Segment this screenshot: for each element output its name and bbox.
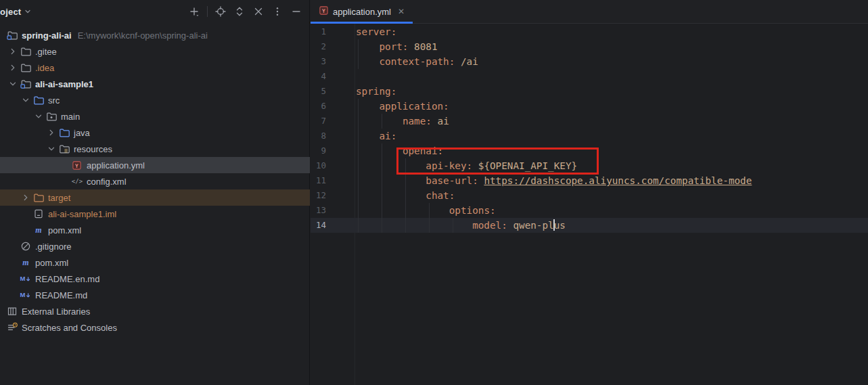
code-token [408,41,414,52]
hide-panel-icon[interactable] [290,5,302,18]
code-token: ${OPENAI_API_KEY} [478,160,577,171]
indent-guide [358,143,359,158]
svg-text:m: m [35,225,41,235]
indent-guide [358,129,359,143]
collapse-all-icon[interactable] [252,5,265,18]
tree-item-src[interactable]: src [0,92,310,108]
tree-item-readme-md[interactable]: MREADME.md [0,287,310,303]
code-line-14[interactable]: 14 model: qwen-plus [311,218,868,233]
code-token: context-path: [379,56,455,67]
tree-item-label: .gitee [35,47,57,57]
code-token [356,131,379,141]
code-token: ai: [379,131,396,141]
code-line-7[interactable]: 7 name: ai [311,114,868,129]
chevron-right-icon[interactable] [19,193,32,202]
tree-item-config-xml[interactable]: </>config.xml [0,173,310,189]
code-line-10[interactable]: 10 api-key: ${OPENAI_API_KEY} [311,158,868,173]
tree-item--gitee[interactable]: .gitee [0,43,310,60]
line-number: 11 [311,173,355,188]
line-text: options: [355,203,496,218]
code-token: base-url: [426,175,478,186]
code-line-13[interactable]: 13 options: [311,203,868,218]
code-editor[interactable]: 1server:2 port: 80813 context-path: /ai4… [311,24,868,385]
yaml-file-icon: Y [319,5,329,18]
indent-guide [358,173,359,188]
line-text: application: [355,99,449,114]
code-token [356,56,379,67]
tab-application-yml[interactable]: Y application.yml ✕ [311,0,413,23]
chevron-down-icon[interactable] [24,7,32,16]
tree-item-readme-en-md[interactable]: MREADME.en.md [0,271,310,287]
code-line-3[interactable]: 3 context-path: /ai [311,54,868,69]
line-text: name: ai [355,114,449,129]
svg-text:M: M [20,275,26,282]
indent-guide [358,99,359,114]
svg-text:Y: Y [75,162,78,168]
module-icon [19,78,32,89]
scratches-icon [5,322,18,333]
tree-item-ali-ai-sample1-iml[interactable]: ali-ai-sample1.iml [0,206,310,222]
tree-item-label: main [61,112,80,122]
code-line-6[interactable]: 6 application: [311,99,868,114]
tree-item-target[interactable]: target [0,189,310,206]
tree-item-pom-xml[interactable]: mpom.xml [0,254,310,271]
locate-file-icon[interactable] [214,5,227,18]
tree-item-spring-ali-ai[interactable]: spring-ali-aiE:\mywork\kcnf-open\spring-… [0,27,310,43]
line-text: ai: [355,129,396,143]
code-line-5[interactable]: 5spring: [311,84,868,99]
chevron-right-icon[interactable] [45,128,58,137]
ignored-icon [19,241,32,252]
chevron-right-icon[interactable] [6,63,19,72]
code-token [455,56,461,67]
chevron-down-icon[interactable] [32,112,45,121]
editor-area: Y application.yml ✕ 1server:2 port: 8081… [311,0,868,385]
indent-guide [382,158,382,173]
line-number: 10 [311,158,355,173]
indent-guide [429,218,430,233]
url-link[interactable]: https://dashscope.aliyuncs.com/compatibl… [484,175,752,186]
code-line-11[interactable]: 11 base-url: https://dashscope.aliyuncs.… [311,173,868,188]
folder-blue-icon [58,127,70,138]
code-line-1[interactable]: 1server: [311,24,868,39]
maven-icon: m [19,257,32,268]
project-panel-title[interactable]: oject [0,7,21,17]
chevron-down-icon[interactable] [19,95,32,105]
tree-item-external-libraries[interactable]: External Libraries [0,303,310,319]
tree-item-ali-ai-sample1[interactable]: ali-ai-sample1 [0,76,310,92]
code-token: options: [449,205,496,216]
chevron-right-icon[interactable] [6,47,19,56]
tree-item-java[interactable]: java [0,124,310,141]
more-options-icon[interactable] [271,5,283,18]
folder-orange-icon [32,192,45,203]
folder-icon [19,46,32,57]
code-line-9[interactable]: 9 openai: [311,143,868,158]
code-token: chat: [426,190,455,201]
indent-guide [405,203,406,218]
tree-item-main[interactable]: main [0,108,310,124]
tree-item-label: Scratches and Consoles [22,323,117,333]
add-icon[interactable] [188,5,200,18]
tree-item-application-yml[interactable]: Yapplication.yml [0,157,310,173]
markdown-icon: M [19,273,32,284]
code-line-2[interactable]: 2 port: 8081 [311,39,868,54]
chevron-down-icon[interactable] [6,79,19,89]
tree-item-label: README.md [35,290,87,300]
svg-text:Y: Y [322,7,325,14]
expand-all-icon[interactable] [233,5,246,18]
tree-item--gitignore[interactable]: .gitignore [0,238,310,254]
indent-guide [382,173,382,188]
code-line-8[interactable]: 8 ai: [311,129,868,143]
project-path: E:\mywork\kcnf-open\spring-ali-ai [78,30,208,41]
code-line-4[interactable]: 4 [311,69,868,84]
chevron-down-icon[interactable] [45,144,58,154]
tree-item--idea[interactable]: .idea [0,60,310,76]
indent-guide [358,218,359,233]
editor-tab-bar: Y application.yml ✕ [311,0,868,24]
code-line-12[interactable]: 12 chat: [311,188,868,203]
tree-item-scratches-and-consoles[interactable]: Scratches and Consoles [0,319,310,336]
indent-guide [358,39,359,54]
close-icon[interactable]: ✕ [398,7,405,16]
resources-folder-icon [58,143,70,154]
tree-item-resources[interactable]: resources [0,141,310,157]
tree-item-pom-xml[interactable]: mpom.xml [0,222,310,238]
